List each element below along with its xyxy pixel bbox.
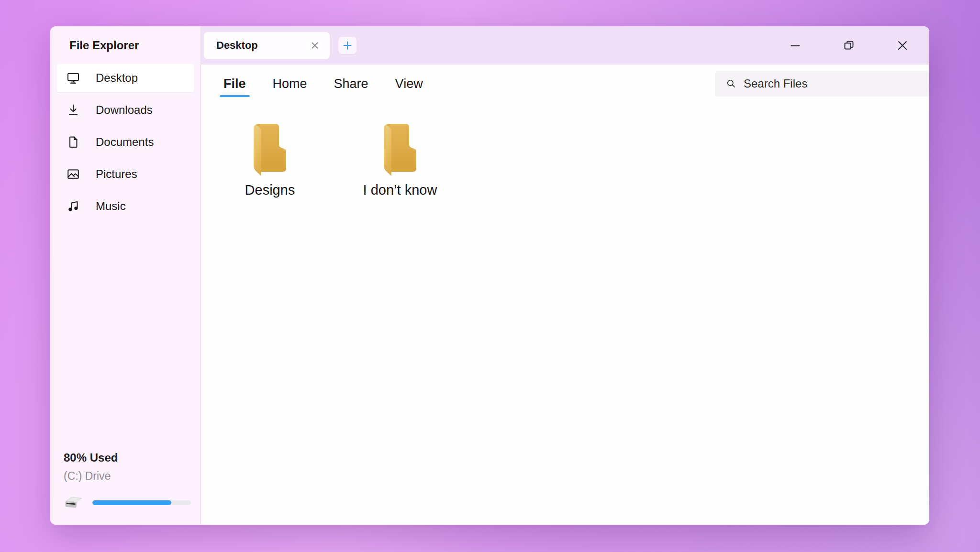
minimize-button[interactable] (789, 39, 802, 52)
search-icon (725, 78, 737, 89)
restore-icon (843, 39, 855, 52)
folder-designs[interactable]: Designs (222, 123, 318, 198)
sidebar-item-desktop[interactable]: Desktop (56, 64, 194, 92)
sidebar-item-label: Documents (96, 135, 154, 149)
documents-icon (66, 135, 80, 149)
music-icon (66, 199, 80, 213)
close-button[interactable] (896, 39, 909, 52)
drive-info: 80% Used (C:) Drive (50, 451, 200, 525)
app-title: File Explorer (69, 39, 200, 52)
downloads-icon (66, 103, 80, 117)
drive-usage-label: 80% Used (64, 451, 191, 464)
drive-usage-row (64, 495, 191, 510)
new-tab-button[interactable] (338, 37, 356, 54)
menu-view[interactable]: View (394, 74, 424, 94)
pictures-icon (66, 167, 80, 181)
minimize-icon (789, 39, 802, 52)
window-controls (789, 39, 929, 52)
menu-share[interactable]: Share (333, 74, 369, 94)
sidebar-item-label: Desktop (96, 71, 138, 85)
file-list-area: Designs (201, 103, 929, 525)
sidebar-item-label: Downloads (96, 103, 153, 117)
main-panel: Desktop (201, 26, 929, 525)
folder-i-dont-know[interactable]: I don’t know (352, 123, 448, 198)
menu-bar: File Home Share View Search Files (201, 65, 929, 103)
restore-button[interactable] (842, 39, 856, 52)
tab-close-icon[interactable] (309, 39, 321, 52)
sidebar: File Explorer Desktop Downloads (50, 26, 201, 525)
search-input[interactable]: Search Files (715, 71, 929, 97)
sidebar-item-documents[interactable]: Documents (56, 128, 194, 156)
drive-name-label: (C:) Drive (64, 470, 191, 483)
menu-home[interactable]: Home (272, 74, 308, 94)
sidebar-item-downloads[interactable]: Downloads (56, 96, 194, 124)
search-placeholder: Search Files (744, 77, 807, 90)
hard-drive-icon (62, 495, 85, 510)
sidebar-item-label: Music (96, 199, 126, 213)
plus-icon (342, 40, 353, 51)
folder-icon (250, 123, 290, 177)
drive-usage-progress-fill (92, 500, 171, 505)
file-explorer-window: File Explorer Desktop Downloads (50, 26, 929, 525)
sidebar-item-music[interactable]: Music (56, 192, 194, 221)
folder-label: I don’t know (363, 182, 437, 198)
tab-label: Desktop (216, 39, 258, 52)
close-icon (896, 39, 909, 52)
folder-icon (380, 123, 420, 177)
files-row: Designs (201, 103, 929, 198)
sidebar-item-label: Pictures (96, 167, 137, 181)
menu-file[interactable]: File (223, 74, 247, 94)
desktop-icon (66, 71, 80, 85)
sidebar-item-pictures[interactable]: Pictures (56, 160, 194, 188)
tab-bar: Desktop (201, 26, 929, 65)
sidebar-nav: Desktop Downloads Documents (50, 64, 200, 224)
tab-desktop[interactable]: Desktop (204, 32, 330, 59)
folder-label: Designs (245, 182, 295, 198)
drive-usage-progressbar (92, 500, 191, 505)
